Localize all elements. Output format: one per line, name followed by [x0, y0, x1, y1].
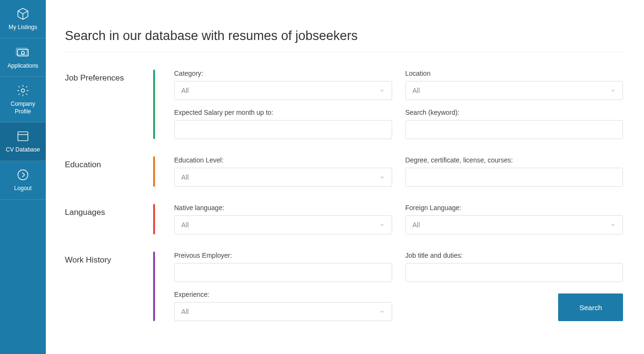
section-job-preferences: Job Preferences Category: All Location A… — [65, 70, 623, 139]
chevron-down-icon — [610, 222, 616, 228]
field-education-level: Education Level: All — [174, 156, 392, 187]
sidebar: My Listings Applications Company Profile… — [0, 0, 46, 348]
location-value: All — [413, 87, 420, 94]
sidebar-item-applications[interactable]: Applications — [0, 39, 46, 77]
section-heading: Education — [65, 156, 153, 187]
degree-input[interactable] — [405, 168, 623, 187]
section-work-history: Work History Preivous Employer: Job titl… — [65, 252, 623, 321]
field-location: Location All — [405, 70, 623, 100]
category-value: All — [181, 87, 189, 94]
sidebar-item-listings[interactable]: My Listings — [0, 0, 46, 39]
field-native-language: Native language: All — [174, 204, 392, 234]
chevron-down-icon — [379, 88, 385, 93]
divider — [65, 52, 623, 52]
sidebar-item-company-profile[interactable]: Company Profile — [0, 77, 46, 122]
section-accent-bar — [153, 156, 155, 187]
education-level-value: All — [181, 173, 189, 181]
logout-icon — [16, 168, 30, 182]
chevron-down-icon — [379, 309, 385, 314]
category-label: Category: — [174, 70, 392, 77]
section-accent-bar — [153, 204, 155, 234]
field-experience: Experience: All — [174, 291, 392, 321]
sidebar-item-logout[interactable]: Logout — [0, 161, 46, 200]
degree-label: Degree, certificate, license, courses: — [405, 156, 623, 164]
svg-rect-4 — [18, 132, 28, 141]
foreign-language-select[interactable]: All — [405, 215, 623, 234]
cube-icon — [16, 7, 30, 21]
native-language-value: All — [181, 221, 189, 229]
experience-value: All — [181, 308, 189, 315]
location-label: Location — [405, 70, 623, 77]
sidebar-item-cv-database[interactable]: CV Database — [0, 122, 46, 161]
salary-label: Expected Salary per month up to: — [174, 109, 392, 116]
sidebar-item-label: My Listings — [9, 24, 37, 31]
job-title-label: Job title and duties: — [405, 252, 623, 259]
window-icon — [16, 129, 30, 143]
keyword-label: Search (keyword): — [405, 109, 623, 116]
svg-point-3 — [21, 89, 25, 92]
sidebar-item-label: Applications — [8, 62, 39, 70]
field-foreign-language: Foreign Language: All — [405, 204, 623, 234]
education-level-select[interactable]: All — [174, 168, 392, 187]
chevron-down-icon — [379, 174, 385, 180]
chevron-down-icon — [610, 88, 616, 93]
chevron-down-icon — [379, 222, 385, 228]
section-languages: Languages Native language: All Foreign L… — [65, 204, 623, 234]
field-degree: Degree, certificate, license, courses: — [405, 156, 623, 187]
keyword-input[interactable] — [405, 120, 623, 139]
svg-point-2 — [21, 51, 24, 54]
field-keyword: Search (keyword): — [405, 109, 623, 139]
experience-select[interactable]: All — [174, 302, 392, 321]
category-select[interactable]: All — [174, 81, 392, 100]
sidebar-item-label: Logout — [14, 185, 32, 192]
native-language-label: Native language: — [174, 204, 392, 212]
main-content: Search in our database with resumes of j… — [46, 0, 642, 348]
experience-label: Experience: — [174, 291, 392, 298]
foreign-language-value: All — [413, 221, 420, 229]
search-row: Search — [405, 293, 623, 321]
svg-point-6 — [18, 170, 28, 180]
foreign-language-label: Foreign Language: — [405, 204, 623, 212]
section-education: Education Education Level: All Degree, c… — [65, 156, 623, 187]
section-accent-bar — [153, 252, 155, 321]
previous-employer-label: Preivous Employer: — [174, 252, 392, 259]
field-category: Category: All — [174, 70, 392, 100]
location-select[interactable]: All — [405, 81, 623, 100]
field-salary: Expected Salary per month up to: — [174, 109, 392, 139]
sidebar-item-label: CV Database — [6, 146, 40, 154]
section-heading: Work History — [65, 252, 153, 321]
gear-icon — [16, 83, 30, 98]
section-heading: Job Preferences — [65, 70, 153, 139]
section-heading: Languages — [65, 204, 153, 234]
money-icon — [16, 45, 30, 60]
field-previous-employer: Preivous Employer: — [174, 252, 392, 282]
page-title: Search in our database with resumes of j… — [65, 29, 623, 43]
section-accent-bar — [153, 70, 155, 139]
salary-input[interactable] — [174, 120, 392, 139]
sidebar-item-label: Company Profile — [2, 101, 44, 115]
field-job-title: Job title and duties: — [405, 252, 623, 282]
previous-employer-input[interactable] — [174, 263, 392, 282]
education-level-label: Education Level: — [174, 156, 392, 164]
native-language-select[interactable]: All — [174, 215, 392, 234]
search-button[interactable]: Search — [558, 293, 623, 321]
job-title-input[interactable] — [405, 263, 623, 282]
